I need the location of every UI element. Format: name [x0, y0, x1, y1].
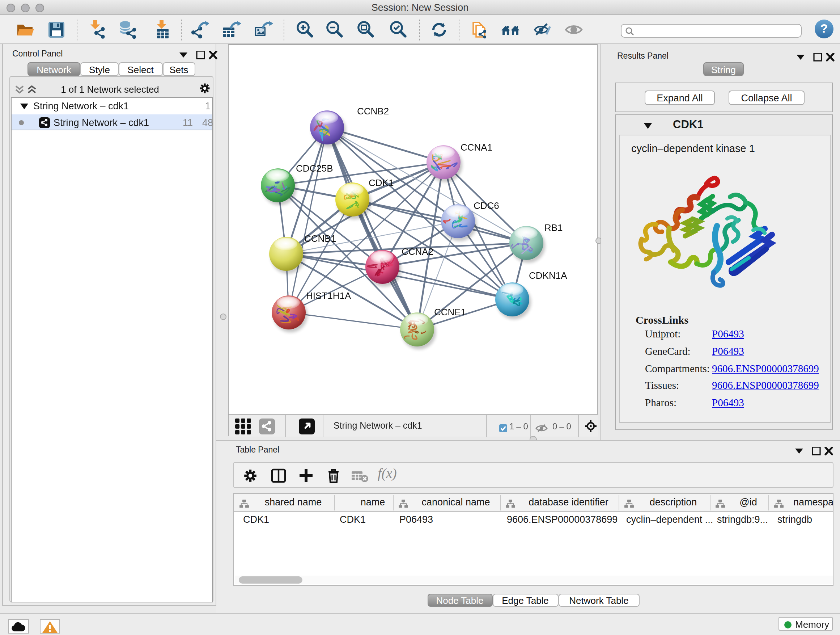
svg-text:HIST1H1A: HIST1H1A: [306, 290, 351, 301]
svg-text:CCNE1: CCNE1: [434, 307, 466, 318]
svg-text:CCNA2: CCNA2: [401, 246, 433, 257]
svg-text:CDK1: CDK1: [369, 177, 393, 188]
svg-text:CCNB2: CCNB2: [357, 106, 389, 117]
svg-text:CDC6: CDC6: [474, 200, 499, 211]
svg-text:CDKN1A: CDKN1A: [529, 270, 567, 281]
svg-text:CDC25B: CDC25B: [296, 163, 333, 174]
svg-text:RB1: RB1: [545, 222, 563, 233]
svg-text:CCNB1: CCNB1: [304, 233, 336, 244]
svg-text:CCNA1: CCNA1: [461, 142, 493, 153]
